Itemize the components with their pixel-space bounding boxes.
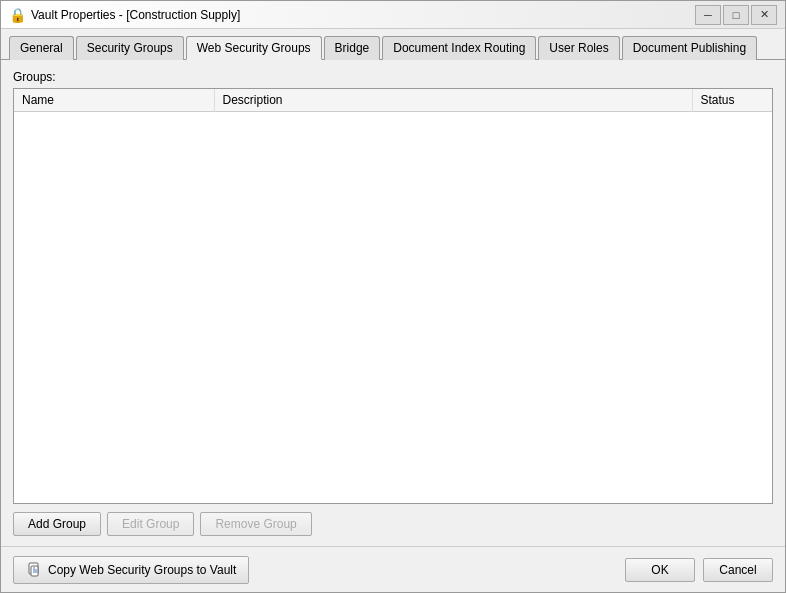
col-header-status: Status [692,89,772,112]
edit-group-button[interactable]: Edit Group [107,512,194,536]
content-area: Groups: Name Description Status Add Grou… [1,60,785,546]
close-button[interactable]: ✕ [751,5,777,25]
copy-web-security-groups-button[interactable]: Copy Web Security Groups to Vault [13,556,249,584]
bottom-right-buttons: OK Cancel [625,558,773,582]
groups-table-container: Name Description Status [13,88,773,504]
add-group-button[interactable]: Add Group [13,512,101,536]
copy-icon [26,562,42,578]
tab-document-index-routing[interactable]: Document Index Routing [382,36,536,60]
tab-security-groups[interactable]: Security Groups [76,36,184,60]
tab-web-security-groups[interactable]: Web Security Groups [186,36,322,60]
remove-group-button[interactable]: Remove Group [200,512,311,536]
cancel-button[interactable]: Cancel [703,558,773,582]
tab-user-roles[interactable]: User Roles [538,36,619,60]
action-buttons: Add Group Edit Group Remove Group [13,512,773,536]
title-bar-left: 🔒 Vault Properties - [Construction Suppl… [9,7,240,23]
title-bar: 🔒 Vault Properties - [Construction Suppl… [1,1,785,29]
table-header-row: Name Description Status [14,89,772,112]
copy-button-label: Copy Web Security Groups to Vault [48,563,236,577]
tab-general[interactable]: General [9,36,74,60]
groups-label: Groups: [13,70,773,84]
tab-document-publishing[interactable]: Document Publishing [622,36,757,60]
col-header-name: Name [14,89,214,112]
window-icon: 🔒 [9,7,25,23]
minimize-button[interactable]: ─ [695,5,721,25]
main-window: 🔒 Vault Properties - [Construction Suppl… [0,0,786,593]
ok-button[interactable]: OK [625,558,695,582]
window-title: Vault Properties - [Construction Supply] [31,8,240,22]
bottom-bar: Copy Web Security Groups to Vault OK Can… [1,546,785,592]
groups-table: Name Description Status [14,89,772,112]
tabs-bar: General Security Groups Web Security Gro… [1,29,785,60]
title-bar-controls: ─ □ ✕ [695,5,777,25]
tab-bridge[interactable]: Bridge [324,36,381,60]
maximize-button[interactable]: □ [723,5,749,25]
col-header-description: Description [214,89,692,112]
